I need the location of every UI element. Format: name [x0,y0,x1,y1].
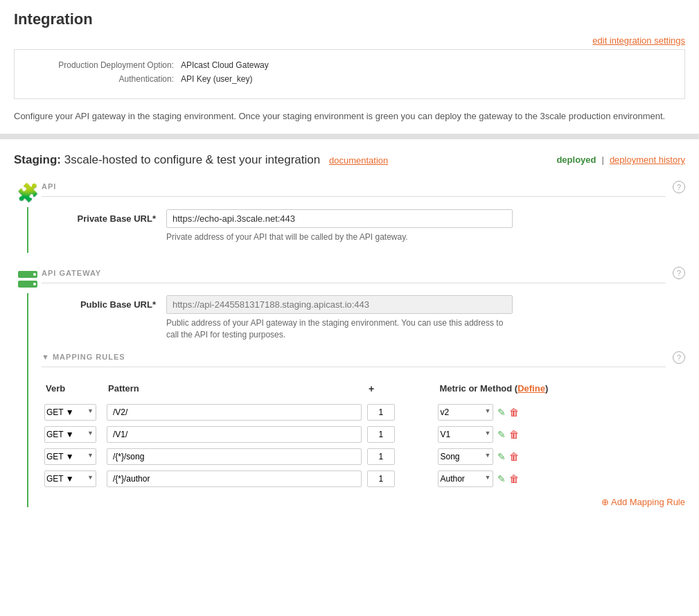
pattern-input[interactable] [107,426,362,443]
metric-cell: Song ✎ 🗑 [435,446,685,468]
gateway-section-content: API GATEWAY ? Public Base URL* Public ad… [42,267,685,507]
api-label: API [42,182,666,197]
mapping-rules-section: MAPPING RULES ? Verb Pattern + Metric or… [42,351,685,507]
svg-point-3 [33,283,36,285]
green-line [27,207,28,254]
pattern-input[interactable] [107,448,362,465]
gateway-label: API GATEWAY [42,269,666,283]
action-icons: ✎ 🗑 [497,473,519,484]
plus-input[interactable] [367,470,395,487]
plus-cell [364,446,436,468]
verb-cell: GET ▼ POST PUT DELETE [42,468,104,490]
green-line-gateway [27,293,28,507]
private-base-url-row: Private Base URL* Private address of you… [42,209,685,243]
metric-select[interactable]: v2 [438,404,493,421]
verb-wrap: GET ▼ POST PUT DELETE [44,470,96,487]
verb-select[interactable]: GET ▼ POST PUT DELETE [44,426,96,443]
mapping-row: GET ▼ POST PUT DELETE v2 ✎ 🗑 [42,401,685,423]
deployed-badge: deployed [556,155,596,165]
action-icons: ✎ 🗑 [497,451,519,462]
delete-icon[interactable]: 🗑 [509,451,519,462]
mapping-help-icon[interactable]: ? [673,351,685,364]
gateway-sidebar [14,267,42,507]
add-mapping-link[interactable]: ⊕Add Mapping Rule [601,497,685,507]
metric-wrap: Song [438,448,493,465]
auth-label: Authentication: [28,74,181,84]
plus-circle-icon: ⊕ [601,497,609,507]
mapping-rules-label: MAPPING RULES [42,353,666,367]
api-sidebar: 🧩 [14,181,42,254]
documentation-link[interactable]: documentation [329,155,388,166]
separator: | [601,155,603,165]
private-base-url-input[interactable] [166,209,513,228]
mapping-rules-header: MAPPING RULES ? [42,351,685,369]
verb-wrap: GET ▼ POST PUT DELETE [44,404,96,421]
plus-cell [364,423,436,446]
delete-icon[interactable]: 🗑 [509,473,519,484]
delete-icon[interactable]: 🗑 [509,429,519,440]
mapping-row: GET ▼ POST PUT DELETE Song ✎ 🗑 [42,446,685,468]
staging-title: Staging: 3scale-hosted to configure & te… [14,153,388,167]
action-icons: ✎ 🗑 [497,429,519,440]
svg-point-2 [33,273,36,276]
plus-cell [364,468,436,490]
auth-value: API Key (user_key) [181,74,252,84]
staging-prefix: Staging: [14,153,61,166]
production-label: Production Deployment Option: [28,60,181,70]
edit-icon[interactable]: ✎ [497,451,506,462]
pattern-input[interactable] [107,404,362,421]
integration-info-box: Production Deployment Option: APIcast Cl… [14,49,685,99]
verb-cell: GET ▼ POST PUT DELETE [42,446,104,468]
gateway-section: API GATEWAY ? Public Base URL* Public ad… [14,267,685,507]
mapping-toggle[interactable] [42,353,53,361]
mapping-row: GET ▼ POST PUT DELETE Author ✎ 🗑 [42,468,685,490]
divider [0,134,699,139]
metric-select[interactable]: V1 [438,426,493,443]
plus-input[interactable] [367,404,395,421]
pattern-cell [104,401,364,423]
pattern-cell [104,423,364,446]
verb-select[interactable]: GET ▼ POST PUT DELETE [44,448,96,465]
staging-header: Staging: 3scale-hosted to configure & te… [14,153,685,167]
pattern-input[interactable] [107,470,362,487]
verb-select[interactable]: GET ▼ POST PUT DELETE [44,404,96,421]
deployment-history-link[interactable]: deployment history [610,155,685,165]
api-help-icon[interactable]: ? [673,181,685,193]
action-icons: ✎ 🗑 [497,407,519,418]
puzzle-icon: 🧩 [15,181,40,206]
metric-cell: v2 ✎ 🗑 [435,401,685,423]
verb-wrap: GET ▼ POST PUT DELETE [44,426,96,443]
verb-cell: GET ▼ POST PUT DELETE [42,401,104,423]
plus-input[interactable] [367,426,395,443]
gateway-help-icon[interactable]: ? [673,267,685,279]
private-base-url-wrap: Private address of your API that will be… [166,209,685,243]
public-base-url-hint: Public address of your API gateway in th… [166,317,513,341]
edit-icon[interactable]: ✎ [497,407,506,418]
verb-wrap: GET ▼ POST PUT DELETE [44,448,96,465]
api-section-content: API ? Private Base URL* Private address … [42,181,685,254]
edit-integration-link[interactable]: edit integration settings [592,35,685,46]
edit-icon[interactable]: ✎ [497,429,506,440]
plus-input[interactable] [367,448,395,465]
pattern-cell [104,446,364,468]
col-metric-header: Metric or Method (Define) [435,380,685,401]
public-base-url-label: Public Base URL* [42,295,166,310]
define-link[interactable]: Define [517,383,545,394]
api-section: 🧩 API ? Private Base URL* Private addres… [14,181,685,254]
metric-cell: Author ✎ 🗑 [435,468,685,490]
private-base-url-hint: Private address of your API that will be… [166,231,513,243]
edit-icon[interactable]: ✎ [497,473,506,484]
metric-wrap: v2 [438,404,493,421]
production-value: APIcast Cloud Gateway [181,60,269,70]
metric-select[interactable]: Song [438,448,493,465]
server-icon [15,267,40,292]
mapping-table: Verb Pattern + Metric or Method (Define)… [42,380,685,490]
verb-select[interactable]: GET ▼ POST PUT DELETE [44,470,96,487]
public-base-url-wrap: Public address of your API gateway in th… [166,295,685,341]
metric-cell: V1 ✎ 🗑 [435,423,685,446]
delete-icon[interactable]: 🗑 [509,407,519,418]
add-mapping-row: ⊕Add Mapping Rule [42,497,685,507]
metric-select[interactable]: Author [438,470,493,487]
verb-cell: GET ▼ POST PUT DELETE [42,423,104,446]
metric-wrap: V1 [438,426,493,443]
